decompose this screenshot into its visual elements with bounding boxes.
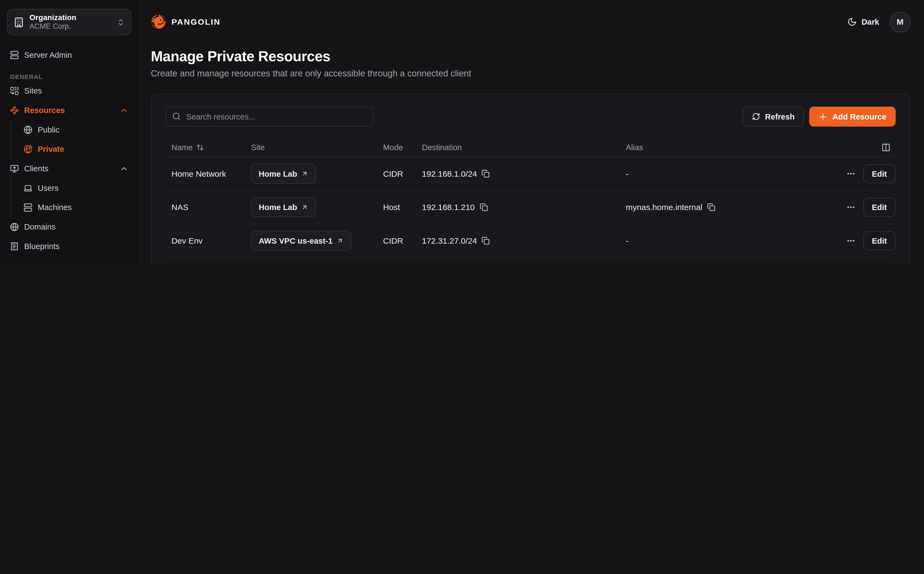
copy-icon[interactable] [479,203,487,211]
edit-button[interactable]: Edit [863,198,896,217]
column-label: Name [171,143,193,152]
table-row: Dev Env AWS VPC us-east-1 CIDR 172.31.27… [166,224,896,258]
refresh-icon [752,112,760,121]
row-menu-icon[interactable] [846,236,855,246]
copy-icon[interactable] [482,170,490,178]
sidebar-item-resources[interactable]: Resources [0,101,138,120]
sidebar-item-clients[interactable]: Clients [0,159,138,178]
table-row: RDS AWS VPC us-west-1 Host postgres.us-e… [166,258,896,264]
destination-cell: 192.168.1.0/24 [422,169,626,178]
add-resource-label: Add Resource [832,112,886,121]
edit-button[interactable]: Edit [863,232,896,251]
site-link[interactable]: Home Lab [251,164,316,184]
sidebar-item-machines[interactable]: Machines [11,198,138,218]
toolbar: Refresh Add Resource [166,107,896,126]
sidebar-item-sites[interactable]: Sites [0,81,138,101]
resources-card: Refresh Add Resource Name Site Mode [151,93,910,264]
actions-cell: Edit [843,232,896,251]
table-row: NAS Home Lab Host 192.168.1.210 mynas.ho… [166,191,896,224]
topbar: PANGOLIN Dark M [151,0,910,44]
server-icon [10,50,19,60]
mode-cell: CIDR [383,236,422,246]
sidebar-item-label: Users [38,184,59,193]
resource-name: Dev Env [166,236,251,246]
alias-cell: - [626,236,843,246]
actions-cell: Edit [843,164,896,183]
globe-icon [24,126,33,134]
sidebar-item-public[interactable]: Public [11,120,138,140]
table-row: Home Network Home Lab CIDR 192.168.1.0/2… [166,157,896,191]
column-header-destination: Destination [422,143,626,152]
actions-cell: Edit [843,198,896,217]
site-label: AWS VPC us-east-1 [259,237,332,245]
arrow-up-right-icon [301,170,309,177]
page-title: Manage Private Resources [151,48,910,65]
sidebar-nav: Server Admin GENERAL Sites Resources Pub… [0,45,138,264]
chevron-up-icon [120,164,128,173]
columns-toggle-icon[interactable] [882,143,891,152]
column-header-actions [843,143,896,152]
sidebar-item-domains[interactable]: Domains [0,218,138,237]
main-content: PANGOLIN Dark M Manage Private Resources… [138,0,924,264]
column-label: Mode [383,143,403,152]
theme-toggle[interactable]: Dark [848,17,879,27]
sidebar-item-label: Private [38,145,64,154]
search-wrap [166,107,373,126]
site-cell: Home Lab [251,197,383,218]
org-selector[interactable]: Organization ACME Corp. [7,9,131,36]
server-icon [24,203,33,212]
row-menu-icon[interactable] [846,169,855,178]
waypoints-icon [10,106,19,115]
site-label: Home Lab [259,169,297,178]
column-label: Destination [422,143,462,152]
sidebar-item-label: Blueprints [24,242,59,251]
sidebar: Organization ACME Corp. Server Admin GEN… [0,0,139,264]
pangolin-logo-icon [151,14,166,29]
destination-cell: 172.31.27.0/24 [422,236,626,246]
resource-name: NAS [166,202,251,212]
site-cell: Home Lab [251,164,383,184]
alias-value: - [626,169,628,178]
avatar-initial: M [897,17,903,27]
monitor-up-icon [10,164,19,173]
site-link[interactable]: Home Lab [251,197,316,218]
sidebar-item-label: Resources [24,106,65,115]
column-header-alias: Alias [626,143,843,152]
destination-value: 192.168.1.210 [422,202,475,212]
chevrons-up-down-icon [117,18,125,26]
section-label-general: GENERAL [0,73,138,80]
destination-value: 172.31.27.0/24 [422,236,477,246]
arrow-up-right-icon [337,237,344,244]
destination-value: 192.168.1.0/24 [422,169,477,178]
page-subtitle: Create and manage resources that are onl… [151,68,910,78]
sidebar-item-server-admin[interactable]: Server Admin [0,45,138,65]
search-input[interactable] [166,107,373,126]
sidebar-item-client-users[interactable]: Users [11,178,138,198]
sort-icon [196,144,204,151]
sidebar-item-label: Machines [38,203,72,212]
brand-name: PANGOLIN [171,17,221,27]
sidebar-item-private[interactable]: Private [11,140,138,159]
alias-cell: - [626,169,843,178]
destination-cell: 192.168.1.210 [422,202,626,212]
arrow-up-right-icon [301,204,309,211]
refresh-button[interactable]: Refresh [742,107,804,126]
sidebar-item-label: Server Admin [24,50,72,60]
receipt-icon [10,242,19,251]
sidebar-item-blueprints[interactable]: Blueprints [0,237,138,256]
globe-lock-icon [24,145,33,154]
sidebar-item-label: Sites [24,87,42,95]
edit-button[interactable]: Edit [863,164,896,183]
add-resource-button[interactable]: Add Resource [809,107,896,126]
avatar[interactable]: M [890,11,910,32]
alias-cell: mynas.home.internal [626,202,843,212]
copy-icon[interactable] [707,203,715,211]
row-menu-icon[interactable] [846,202,855,212]
globe-icon [10,222,19,232]
resource-name: Home Network [166,169,251,178]
column-header-name[interactable]: Name [166,143,251,152]
copy-icon[interactable] [482,237,490,245]
sidebar-item-label: Public [38,126,59,134]
site-link[interactable]: AWS VPC us-east-1 [251,231,351,251]
column-label: Alias [626,143,643,152]
